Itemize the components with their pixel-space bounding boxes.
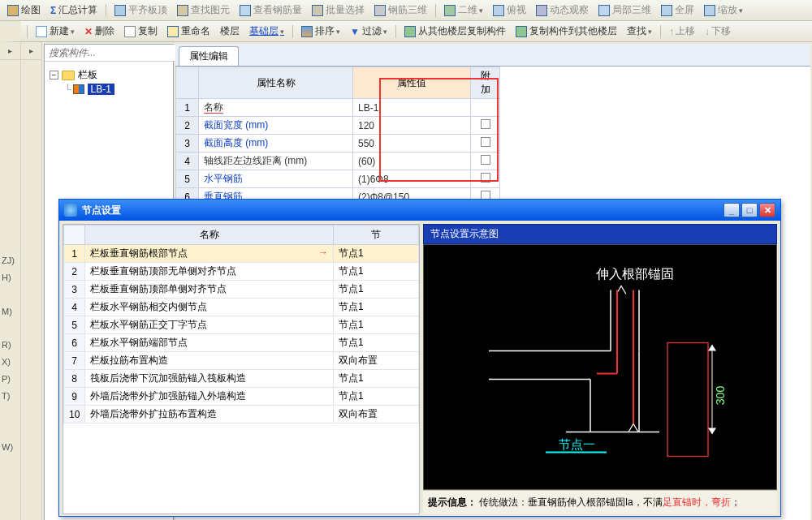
diagram-node-label: 节点一: [559, 437, 595, 451]
row-num: 10: [64, 406, 85, 423]
node-value[interactable]: 节点1: [334, 245, 419, 263]
tb-slab-top[interactable]: 平齐板顶: [110, 2, 171, 19]
tb-copy-from-floor[interactable]: 从其他楼层复制构件: [400, 23, 510, 40]
tb-new[interactable]: 新建▾: [32, 23, 79, 40]
checkbox-icon[interactable]: [481, 119, 490, 129]
search-input[interactable]: [45, 45, 175, 61]
tb-dyn-view[interactable]: 动态观察: [532, 2, 593, 19]
node-value[interactable]: 节点1: [334, 263, 419, 281]
prop-row[interactable]: 5 水平钢筋 (1)6Φ8: [176, 170, 500, 188]
row-num: 5: [176, 170, 199, 188]
side-hint: [2, 405, 15, 422]
sidebar-collapse-icon[interactable]: ▸: [29, 46, 33, 55]
tb-check-rebar[interactable]: 查看钢筋量: [235, 2, 306, 19]
tb-sum[interactable]: Σ汇总计算: [46, 2, 102, 19]
node-row[interactable]: 2 栏板垂直钢筋顶部无单侧对齐节点 节点1: [64, 263, 419, 281]
diagram-panel: 节点设置示意图: [423, 224, 777, 514]
node-row[interactable]: 10 外墙后浇带外扩拉筋布置构造 双向布置: [64, 406, 419, 423]
node-settings-dialog: 节点设置 _ □ ✕ 名称 节 1 栏板垂直钢筋根部节点→ 节点12 栏板垂直钢…: [58, 199, 781, 517]
node-row[interactable]: 4 栏板水平钢筋相交内侧节点 节点1: [64, 299, 419, 316]
tree-leaf-item[interactable]: └ LB-1: [64, 84, 168, 95]
prop-add[interactable]: [471, 135, 500, 153]
tree-root-item[interactable]: − 栏板: [50, 67, 168, 84]
tb-copy[interactable]: 复制: [120, 23, 162, 40]
prop-add[interactable]: [471, 117, 500, 135]
node-value[interactable]: 节点1: [334, 334, 419, 352]
prop-value[interactable]: 550: [353, 135, 471, 153]
tb-filter[interactable]: ▼过滤▾: [346, 23, 391, 40]
node-row[interactable]: 6 栏板水平钢筋端部节点 节点1: [64, 334, 419, 352]
prop-value[interactable]: (1)6Φ8: [353, 170, 471, 188]
node-row[interactable]: 9 外墙后浇带外扩加强筋锚入外墙构造 节点1: [64, 388, 419, 406]
component-icon: [73, 84, 84, 94]
fullscreen-icon: [661, 5, 672, 16]
prop-row[interactable]: 2 截面宽度 (mm) 120: [176, 117, 500, 135]
tb-local3d[interactable]: 局部三维: [594, 2, 655, 19]
overlook-icon: [493, 5, 504, 16]
tb-2d[interactable]: 二维▾: [440, 2, 487, 19]
node-value[interactable]: 双向布置: [334, 352, 419, 370]
tb-rebar3d[interactable]: 钢筋三维: [370, 2, 431, 19]
sort-icon: [301, 26, 313, 37]
side-hint: P): [2, 371, 15, 388]
batch-icon: [312, 5, 323, 16]
col-prop-value: 属性值: [353, 67, 471, 99]
dialog-close-button[interactable]: ✕: [759, 203, 775, 217]
chevron-down-icon: ▾: [479, 6, 483, 15]
prop-row[interactable]: 1 名称 LB-1: [176, 99, 500, 117]
tb-search[interactable]: 查找▾: [623, 23, 656, 40]
prop-row[interactable]: 4 轴线距左边线距离 (mm) (60): [176, 153, 500, 170]
node-value[interactable]: 双向布置: [334, 406, 419, 423]
side-hint: T): [2, 388, 15, 405]
tb-sort[interactable]: 排序▾: [297, 23, 344, 40]
prop-value[interactable]: LB-1: [353, 99, 471, 117]
node-value[interactable]: 节点1: [334, 388, 419, 406]
tb-rename[interactable]: 重命名: [163, 23, 214, 40]
tb-move-down[interactable]: ↓下移: [701, 23, 735, 40]
dialog-titlebar[interactable]: 节点设置 _ □ ✕: [59, 200, 780, 221]
prop-add[interactable]: [471, 99, 500, 117]
node-row[interactable]: 3 栏板垂直钢筋顶部单侧对齐节点 节点1: [64, 281, 419, 299]
tb-fullscreen[interactable]: 全屏: [657, 2, 698, 19]
node-name: 栏板水平钢筋正交丁字节点: [85, 316, 334, 334]
dialog-min-button[interactable]: _: [723, 203, 740, 217]
tree-collapse-icon[interactable]: −: [50, 71, 58, 80]
chevron-down-icon: ▾: [383, 28, 387, 36]
chevron-down-icon: ▾: [336, 28, 340, 36]
tab-prop-edit[interactable]: 属性编辑: [179, 46, 239, 66]
side-hint: [2, 235, 15, 252]
prop-row[interactable]: 3 截面高度 (mm) 550: [176, 135, 500, 153]
checkbox-icon[interactable]: [481, 155, 490, 165]
row-num: 4: [176, 153, 199, 170]
node-value[interactable]: 节点1: [334, 281, 419, 299]
tb-overlook[interactable]: 俯视: [489, 2, 530, 19]
node-row[interactable]: 1 栏板垂直钢筋根部节点→ 节点1: [64, 245, 419, 263]
node-row[interactable]: 8 筏板后浇带下沉加强筋锚入筏板构造 节点1: [64, 370, 419, 388]
prop-value[interactable]: (60): [353, 153, 471, 170]
prop-add[interactable]: [471, 153, 500, 170]
tb-move-up[interactable]: ↑上移: [665, 23, 699, 40]
tb-batch-sel[interactable]: 批量选择: [308, 2, 369, 19]
checkbox-icon[interactable]: [481, 173, 490, 183]
node-row[interactable]: 7 栏板拉筋布置构造 双向布置: [64, 352, 419, 370]
tb-zoom[interactable]: 缩放▾: [700, 2, 747, 19]
tb-delete[interactable]: ✕删除: [80, 23, 119, 40]
tb-copy-to-floor[interactable]: 复制构件到其他楼层: [512, 23, 621, 40]
tb-find-pic[interactable]: 查找图元: [173, 2, 234, 19]
side-hint: M): [2, 303, 15, 320]
toolbar-second: 新建▾ ✕删除 复制 重命名 楼层 基础层▾ 排序▾ ▼过滤▾ 从其他楼层复制构…: [0, 21, 812, 42]
node-value[interactable]: 节点1: [334, 299, 419, 316]
node-row[interactable]: 5 栏板水平钢筋正交丁字节点 节点1: [64, 316, 419, 334]
tb-base-layer[interactable]: 基础层▾: [245, 23, 288, 40]
checkbox-icon[interactable]: [481, 137, 490, 147]
arrow-up-icon: ↑: [669, 26, 674, 37]
node-value[interactable]: 节点1: [334, 370, 419, 388]
node-value[interactable]: 节点1: [334, 316, 419, 334]
rail-arrow-icon[interactable]: ▸: [8, 46, 12, 55]
prop-value[interactable]: 120: [353, 117, 471, 135]
prop-add[interactable]: [471, 170, 500, 188]
dialog-max-button[interactable]: □: [741, 203, 758, 217]
row-num: 3: [176, 135, 199, 153]
row-num: 4: [64, 299, 85, 316]
tb-draw[interactable]: 绘图: [3, 2, 45, 19]
